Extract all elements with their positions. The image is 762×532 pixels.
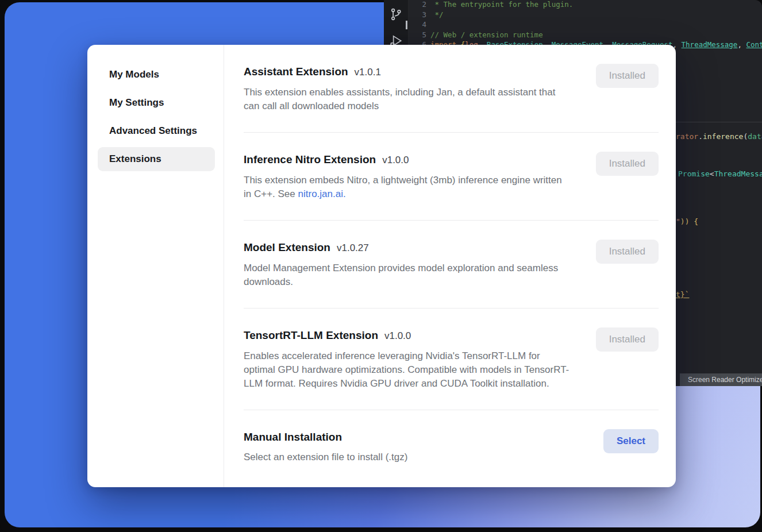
code-fragment: t}` — [676, 290, 689, 299]
code-token: , — [737, 40, 746, 49]
extension-version: v1.0.1 — [355, 64, 381, 80]
code-fragment: Promise<ThreadMessage> — [678, 169, 762, 178]
extension-title-line: Inference Nitro Extensionv1.0.0 — [244, 152, 571, 168]
sidebar-item-label: My Settings — [109, 97, 164, 109]
code-text: // Web / extension runtime — [430, 30, 543, 40]
select-button[interactable]: Select — [603, 429, 659, 453]
extension-version: v1.0.27 — [337, 240, 369, 256]
sidebar-item-advanced-settings[interactable]: Advanced Settings — [98, 119, 215, 143]
installed-button[interactable]: Installed — [596, 240, 659, 264]
code-token: )) { — [680, 217, 698, 226]
extension-info: Manual InstallationSelect an extension f… — [244, 429, 407, 464]
code-line: 3 */ — [409, 10, 762, 20]
code-token: t}` — [676, 290, 689, 299]
source-control-icon[interactable] — [388, 7, 403, 22]
code-text: * The entrypoint for the plugin. — [430, 0, 573, 10]
extension-description: This extension embeds Nitro, a lightweig… — [244, 174, 571, 201]
extension-info: TensortRT-LLM Extensionv1.0.0Enables acc… — [244, 327, 571, 391]
extension-name: Assistant Extension — [244, 64, 348, 80]
sidebar-item-extensions[interactable]: Extensions — [98, 147, 215, 171]
sidebar-item-my-settings[interactable]: My Settings — [98, 91, 215, 115]
extension-description: This extension enables assistants, inclu… — [244, 86, 571, 113]
code-token: ContentType — [746, 40, 762, 49]
description-text: This extension enables assistants, inclu… — [244, 87, 555, 111]
code-token: rator — [676, 132, 698, 141]
extension-title-line: Model Extensionv1.0.27 — [244, 240, 571, 256]
screen-reader-status-item[interactable]: Screen Reader Optimized — [680, 373, 762, 386]
code-fragment: ")) { — [676, 217, 698, 226]
installed-button[interactable]: Installed — [596, 152, 659, 176]
extension-row-manual-installation: Manual InstallationSelect an extension f… — [244, 410, 659, 483]
extension-description: Model Management Extension provides mode… — [244, 261, 571, 289]
description-text: Select an extension file to install (.tg… — [244, 452, 407, 462]
extension-link[interactable]: nitro.jan.ai. — [298, 188, 346, 199]
extensions-list: Assistant Extensionv1.0.1This extension … — [224, 45, 676, 487]
code-line: 2 * The entrypoint for the plugin. — [409, 0, 762, 10]
extension-row-model-extension: Model Extensionv1.0.27Model Management E… — [244, 221, 659, 309]
code-token: Promise — [678, 169, 710, 178]
description-text: This extension embeds Nitro, a lightweig… — [244, 175, 562, 199]
extension-name: Manual Installation — [244, 429, 342, 445]
code-token: ThreadMessage — [682, 40, 738, 49]
code-token: . — [698, 132, 703, 141]
line-number: 3 — [409, 10, 426, 20]
extension-info: Inference Nitro Extensionv1.0.0This exte… — [244, 152, 571, 201]
sidebar-item-my-models[interactable]: My Models — [98, 63, 215, 87]
code-token: inference — [703, 132, 743, 141]
code-token: " — [676, 217, 680, 226]
code-fragment: rator.inference(data)); — [676, 132, 762, 141]
extension-row-assistant-extension: Assistant Extensionv1.0.1This extension … — [244, 45, 659, 133]
extension-description: Enables accelerated inference leveraging… — [244, 349, 571, 391]
code-line: 5// Web / extension runtime — [409, 30, 762, 40]
code-token: ThreadMessage — [714, 169, 762, 178]
editor-section-divider — [671, 122, 762, 122]
description-text: Enables accelerated inference leveraging… — [244, 350, 569, 389]
settings-modal: My ModelsMy SettingsAdvanced SettingsExt… — [87, 45, 676, 487]
extension-info: Assistant Extensionv1.0.1This extension … — [244, 64, 571, 113]
code-lines: 2 * The entrypoint for the plugin.3 */45… — [409, 0, 762, 50]
extension-description: Select an extension file to install (.tg… — [244, 450, 407, 464]
extension-title-line: Manual Installation — [244, 429, 407, 445]
extension-name: Inference Nitro Extension — [244, 152, 376, 168]
sidebar-item-label: My Models — [109, 69, 159, 80]
line-number: 5 — [409, 30, 426, 40]
code-token: * The entrypoint for the plugin. — [430, 0, 573, 9]
code-token: data — [748, 132, 762, 141]
installed-button[interactable]: Installed — [596, 327, 659, 352]
extension-version: v1.0.0 — [384, 328, 411, 344]
extension-row-tensortrt-llm-extension: TensortRT-LLM Extensionv1.0.0Enables acc… — [244, 309, 659, 410]
code-token: */ — [430, 10, 444, 19]
extension-name: TensortRT-LLM Extension — [244, 327, 378, 344]
sidebar-item-label: Extensions — [109, 153, 161, 165]
sidebar-item-label: Advanced Settings — [109, 125, 197, 137]
settings-sidebar: My ModelsMy SettingsAdvanced SettingsExt… — [87, 45, 224, 487]
installed-button[interactable]: Installed — [596, 64, 659, 88]
extension-row-inference-nitro-extension: Inference Nitro Extensionv1.0.0This exte… — [244, 133, 659, 221]
code-token: < — [710, 169, 714, 178]
code-token: // Web / extension runtime — [430, 30, 543, 39]
text-cursor — [406, 21, 407, 29]
extension-version: v1.0.0 — [382, 152, 409, 168]
extension-title-line: TensortRT-LLM Extensionv1.0.0 — [244, 327, 571, 344]
code-line: 4 — [409, 20, 762, 30]
extension-name: Model Extension — [244, 240, 330, 256]
extension-info: Model Extensionv1.0.27Model Management E… — [244, 240, 571, 289]
description-text: Model Management Extension provides mode… — [244, 263, 558, 287]
line-number: 4 — [409, 20, 426, 30]
extension-title-line: Assistant Extensionv1.0.1 — [244, 64, 571, 80]
code-text: */ — [430, 10, 444, 20]
line-number: 2 — [409, 0, 426, 10]
screen: 2 * The entrypoint for the plugin.3 */45… — [0, 0, 762, 532]
